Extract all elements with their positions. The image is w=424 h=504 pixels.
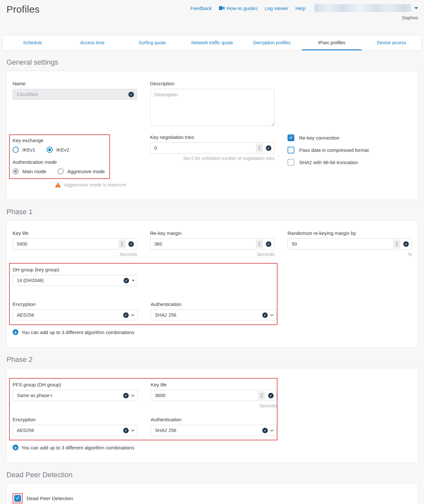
phase1-authentication-value: SHA2 256 [155,312,259,318]
phase1-randomize-value[interactable] [292,241,393,247]
dpd-enable-checkbox[interactable]: ✓ [14,495,21,502]
valid-check-icon: ✓ [123,393,129,398]
radio-main-mode-label: Main mode [22,169,46,174]
key-negotiation-label: Key negotiation tries [150,134,275,140]
caret-down-icon [132,280,135,281]
add-icon[interactable]: + [13,445,18,450]
name-input[interactable]: ✓ [13,89,137,100]
valid-check-icon: ✓ [123,428,129,433]
phase1-key-life-unit: Seconds [13,252,137,257]
phase1-rekey-margin-value[interactable] [154,241,256,247]
valid-check-icon: ✓ [266,145,271,151]
phase1-authentication-select[interactable]: SHA2 256 ✓ [151,310,277,320]
phase1-key-life-value[interactable] [17,241,118,247]
phase1-card: Key life ✓ Seconds Re-key margin ✓ [6,220,418,348]
radio-ikev1-label: IKEv1 [22,147,35,152]
page-header: Profiles Feedback How-to guides Log view… [0,0,424,35]
phase1-key-life-group: Key life ✓ Seconds [13,230,137,257]
phase1-key-life-input[interactable]: ✓ [13,238,137,249]
valid-check-icon: ✓ [266,241,271,247]
aggressive-mode-warning: ! Aggressive mode is insecure [55,182,137,187]
key-exchange-group: Key exchange IKEv1 IKEv2 Authentication … [13,134,137,187]
top-links: Feedback How-to guides Log viewer Help [190,4,418,12]
phase2-key-life-input[interactable]: ✓ [151,390,277,401]
phase1-rekey-margin-input[interactable]: ✓ [150,238,275,249]
log-viewer-link[interactable]: Log viewer [265,5,288,11]
phase2-authentication-select[interactable]: SHA2 256 ✓ [151,425,277,436]
pfs-group-select[interactable]: Same as phase-I ✓ [13,390,138,401]
key-negotiation-group: Key negotiation tries ✓ Set 0 for unlimi… [150,134,275,187]
tab-network-traffic-quota[interactable]: Network traffic quota [182,35,242,50]
sha2-truncation-row: SHA2 with 96-bit truncation [288,159,412,166]
rekey-connection-checkbox[interactable]: ✓ [288,134,294,141]
radio-ikev1[interactable] [13,147,19,153]
valid-check-icon: ✓ [124,278,129,283]
stepper-icon[interactable] [256,144,263,152]
phase1-encryption-select[interactable]: AES256 ✓ [13,310,138,320]
annotation-box-dpd-checkbox: ✓ [13,493,23,503]
valid-check-icon: ✓ [128,92,134,97]
tab-ipsec-profiles[interactable]: IPsec profiles [302,35,362,50]
phase2-add-note-text: You can add up to 3 different algorithm … [21,445,134,450]
add-icon[interactable]: + [13,329,18,335]
help-link[interactable]: Help [295,5,305,11]
annotation-box-phase2-algorithms: PFS group (DH group) Same as phase-I ✓ K… [9,378,277,440]
chevron-down-icon [131,314,135,316]
radio-main-mode[interactable] [13,168,19,174]
phase1-randomize-label: Randomize re-keying margin by [288,230,412,236]
pfs-group-value: Same as phase-I [17,393,120,398]
radio-aggressive-mode[interactable] [58,168,64,174]
valid-check-icon: ✓ [262,312,268,318]
dh-group-label: DH group (key group) [13,267,138,272]
stepper-icon[interactable] [258,391,265,400]
phase1-randomize-group: Randomize re-keying margin by ✓ % [288,230,412,257]
annotation-box-key-exchange: Key exchange IKEv1 IKEv2 Authentication … [9,134,110,179]
key-negotiation-input[interactable]: ✓ [150,142,275,153]
tab-decryption-profiles[interactable]: Decryption profiles [242,35,302,50]
radio-aggressive-mode-label: Aggressive mode [67,169,105,174]
compressed-format-row: ✓ Pass data in compressed format [288,147,412,153]
tab-access-time[interactable]: Access time [62,35,122,50]
phase1-rekey-margin-group: Re-key margin ✓ Seconds [150,230,275,257]
phase1-randomize-input[interactable]: ✓ [288,238,412,249]
warning-icon: ! [55,182,61,187]
phase2-encryption-select[interactable]: AES256 ✓ [13,425,138,436]
tab-schedule[interactable]: Schedule [3,35,62,50]
dh-group-select[interactable]: 14 (DH2048) ✓ [13,275,138,286]
description-textarea[interactable] [150,89,275,126]
tab-device-access[interactable]: Device access [362,35,421,50]
compressed-format-label: Pass data in compressed format [299,147,369,153]
phase2-card: PFS group (DH group) Same as phase-I ✓ K… [6,368,418,463]
phase1-authentication-label: Authentication [151,301,277,307]
key-negotiation-value[interactable] [154,145,256,151]
sha2-truncation-checkbox[interactable] [288,159,294,166]
name-input-value[interactable] [17,92,125,97]
valid-check-icon: ✓ [268,393,274,398]
description-field-group: Description [150,81,275,127]
feedback-link[interactable]: Feedback [190,5,212,11]
phase2-key-life-label: Key life [151,382,277,387]
radio-ikev2[interactable] [47,147,53,153]
stepper-icon[interactable] [118,240,125,248]
stepper-icon[interactable] [393,240,400,248]
phase2-authentication-label: Authentication [151,417,277,422]
description-label: Description [150,81,275,86]
phase2-key-life-value[interactable] [155,393,258,398]
phase1-authentication-field: Authentication SHA2 256 ✓ [151,301,277,320]
phase2-key-life-unit: Seconds [151,403,277,408]
phase2-encryption-label: Encryption [13,417,138,422]
account-selector[interactable] [314,4,418,12]
phase1-add-combination: + You can add up to 3 different algorith… [13,329,412,335]
aggressive-warning-text: Aggressive mode is insecure [64,182,126,187]
chevron-down-icon [131,429,135,432]
stepper-icon[interactable] [256,240,263,248]
dpd-heading: Dead Peer Detection [6,471,418,479]
howto-guides-link[interactable]: How-to guides [219,5,258,11]
main-content: General settings Name ✓ Description [0,58,424,504]
dpd-card: ✓ Dead Peer Detection Check peer after e… [6,483,418,504]
tab-surfing-quota[interactable]: Surfing quota [122,35,182,50]
compressed-format-checkbox[interactable]: ✓ [288,147,294,153]
radio-ikev2-label: IKEv2 [56,147,69,152]
phase1-key-life-label: Key life [13,230,137,236]
annotation-box-phase1-algorithms: DH group (key group) 14 (DH2048) ✓ Encry… [9,263,277,325]
